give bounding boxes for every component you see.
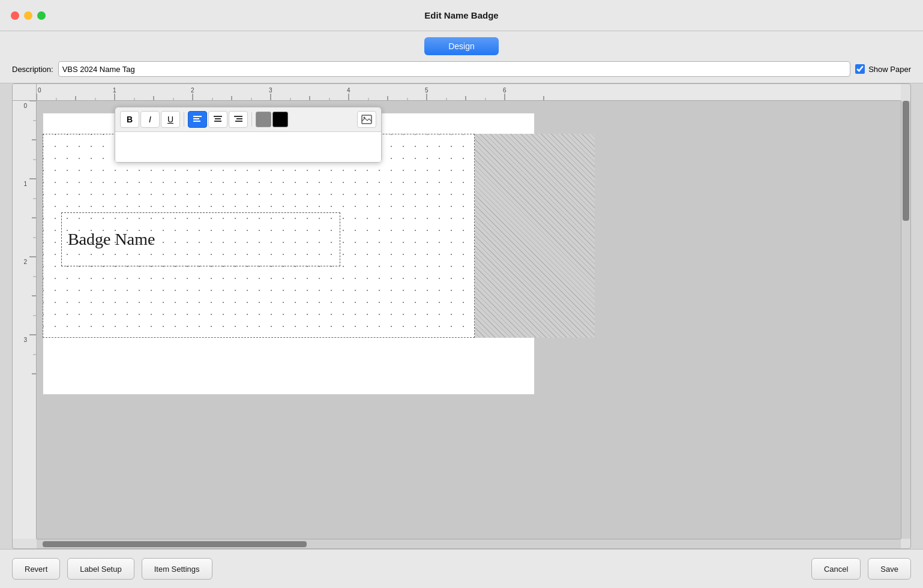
align-right-button[interactable]	[229, 111, 248, 128]
svg-rect-52	[193, 116, 202, 117]
window-controls	[11, 11, 46, 20]
svg-text:5: 5	[425, 87, 428, 94]
footer: Revert Label Setup Item Settings Cancel …	[0, 549, 923, 588]
image-icon	[361, 115, 372, 124]
align-center-icon	[214, 116, 222, 123]
description-label: Description:	[12, 65, 53, 74]
color-picker-button[interactable]	[256, 112, 271, 127]
svg-rect-57	[214, 121, 221, 122]
design-button[interactable]: Design	[424, 37, 499, 55]
toolbar-separator-1	[184, 112, 184, 127]
description-input[interactable]	[58, 61, 851, 77]
badge-boundary[interactable]: Badge Name	[43, 134, 475, 338]
badge-name-text: Badge Name	[68, 230, 155, 249]
toolbar-text-area[interactable]	[115, 132, 381, 162]
ruler-tick-container: 0 1 2 3 4 5 6	[37, 84, 901, 100]
svg-rect-55	[214, 116, 222, 117]
ruler-top-svg: 0 1 2 3 4 5 6	[37, 84, 901, 101]
design-button-row: Design	[424, 37, 499, 55]
align-left-button[interactable]	[188, 111, 207, 128]
align-right-icon	[234, 116, 242, 123]
italic-button[interactable]: I	[140, 111, 160, 128]
canvas-container: 0 1 2 3 4 5 6	[12, 83, 911, 549]
shaded-area	[475, 134, 595, 338]
svg-text:3: 3	[23, 337, 27, 343]
svg-text:2: 2	[191, 87, 194, 94]
scroll-thumb-bottom[interactable]	[43, 541, 307, 547]
underline-button[interactable]: U	[161, 111, 180, 128]
svg-rect-59	[236, 118, 242, 119]
black-color-swatch[interactable]	[272, 112, 288, 127]
svg-rect-53	[193, 118, 199, 119]
svg-rect-60	[235, 121, 242, 122]
title-bar: Edit Name Badge	[0, 0, 923, 31]
revert-button[interactable]: Revert	[12, 558, 60, 580]
description-row: Description: Show Paper	[0, 61, 923, 83]
svg-text:6: 6	[503, 87, 507, 94]
floating-toolbar: B I U	[115, 107, 382, 163]
ruler-left: 0 1 2 3	[13, 101, 37, 539]
scroll-track-bottom[interactable]	[37, 539, 901, 548]
window-title: Edit Name Badge	[424, 10, 498, 20]
svg-text:0: 0	[23, 103, 27, 109]
svg-text:1: 1	[23, 181, 27, 187]
design-canvas[interactable]: Badge Name B I U	[37, 101, 901, 539]
toolbar-separator-2	[251, 112, 252, 127]
minimize-button[interactable]	[24, 11, 32, 20]
svg-rect-56	[215, 118, 221, 119]
ruler-left-svg: 0 1 2 3	[13, 101, 37, 461]
scroll-thumb-right[interactable]	[903, 101, 909, 221]
ruler-top: 0 1 2 3 4 5 6	[37, 84, 901, 101]
show-paper-row: Show Paper	[855, 64, 911, 74]
close-button[interactable]	[11, 11, 19, 20]
svg-rect-54	[193, 121, 200, 122]
top-controls: Design Description: Show Paper	[0, 31, 923, 83]
label-setup-button[interactable]: Label Setup	[67, 558, 134, 580]
show-paper-label: Show Paper	[868, 65, 911, 74]
bold-button[interactable]: B	[120, 111, 139, 128]
ruler-corner	[13, 84, 37, 101]
save-button[interactable]: Save	[868, 558, 911, 580]
item-settings-button[interactable]: Item Settings	[142, 558, 212, 580]
toolbar-buttons-row: B I U	[115, 107, 381, 132]
scroll-track-right[interactable]	[901, 101, 910, 539]
svg-text:2: 2	[23, 259, 27, 265]
svg-text:3: 3	[269, 87, 272, 94]
svg-text:0: 0	[38, 87, 41, 94]
insert-image-button[interactable]	[357, 111, 376, 128]
cancel-button[interactable]: Cancel	[811, 558, 861, 580]
align-center-button[interactable]	[208, 111, 227, 128]
badge-name-item[interactable]: Badge Name	[61, 212, 340, 266]
show-paper-checkbox[interactable]	[855, 64, 865, 74]
svg-text:4: 4	[347, 87, 350, 94]
svg-text:1: 1	[113, 87, 116, 94]
align-left-icon	[193, 116, 202, 123]
svg-rect-58	[234, 116, 242, 117]
maximize-button[interactable]	[37, 11, 46, 20]
